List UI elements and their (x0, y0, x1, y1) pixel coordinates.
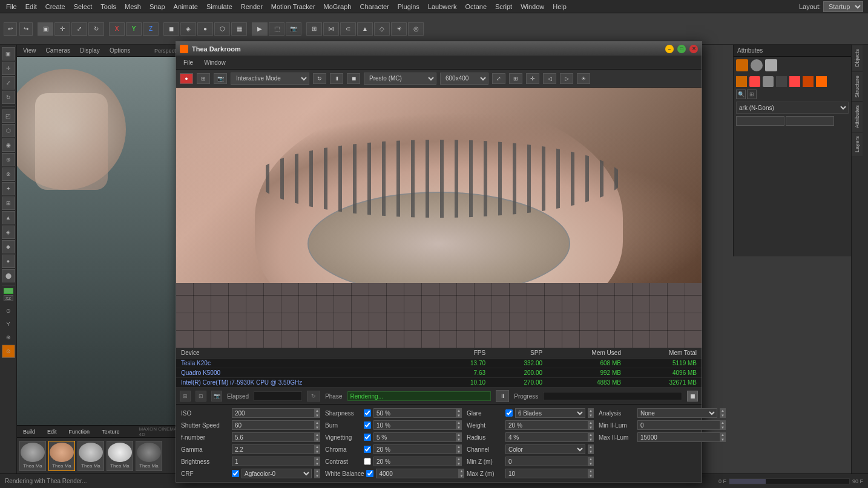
analysis-select[interactable]: None (637, 408, 717, 418)
tool-magnet[interactable]: ⊙ (2, 345, 15, 358)
attr-small-1[interactable] (736, 76, 747, 87)
shutter-up[interactable]: ▲ (314, 420, 320, 425)
thea-res-select[interactable]: 600x400 (440, 73, 488, 85)
point-mode[interactable]: ● (197, 22, 213, 36)
weight-down[interactable]: ▼ (588, 425, 594, 430)
material-thumb-2[interactable]: Thea Ma (77, 441, 104, 471)
chroma-input[interactable] (373, 444, 456, 454)
whitebalance-down[interactable]: ▼ (458, 473, 464, 478)
minillum-down[interactable]: ▼ (720, 425, 726, 430)
contrast-input[interactable] (373, 457, 456, 466)
attr-small-5[interactable] (789, 76, 800, 87)
menu-motion-tracker[interactable]: Motion Tracker (268, 2, 319, 11)
axis-x-button[interactable]: X (109, 22, 125, 36)
attr-small-2[interactable] (749, 76, 760, 87)
viewport-3d[interactable]: X Y Z (17, 57, 186, 473)
scale-tool[interactable]: ⤢ (71, 22, 87, 36)
menu-create[interactable]: Create (42, 2, 69, 11)
brightness-input[interactable] (232, 457, 314, 466)
minillum-up[interactable]: ▲ (720, 420, 726, 425)
attr-filter-icon[interactable]: ⊞ (747, 89, 757, 99)
material-thumb-3[interactable]: Thea Ma (107, 441, 133, 471)
thea-fullscreen-btn[interactable]: ⤢ (492, 73, 505, 84)
elapsed-cam-btn[interactable]: 📷 (211, 391, 222, 402)
vp-tab-display[interactable]: Display (77, 46, 102, 55)
paint-btn[interactable]: ▲ (357, 22, 373, 36)
attr-icon-3[interactable] (765, 59, 777, 71)
thea-overlay-btn[interactable]: ⊞ (509, 73, 522, 84)
sharpness-up[interactable]: ▲ (456, 408, 462, 413)
menu-script[interactable]: Script (492, 2, 516, 11)
tool-12[interactable]: ⬤ (2, 269, 15, 282)
burn-input[interactable] (373, 420, 456, 430)
render-region[interactable]: ⬚ (269, 22, 284, 36)
light-btn[interactable]: ☀ (391, 22, 407, 36)
thea-engine-select[interactable]: Presto (MC) (364, 73, 436, 85)
undo-button[interactable]: ↩ (4, 22, 17, 36)
thea-extra-btn[interactable]: ☀ (577, 73, 590, 84)
attr-small-4[interactable] (776, 76, 787, 87)
attr-val-1[interactable] (736, 116, 784, 126)
grid-btn[interactable]: ⊞ (306, 22, 322, 36)
weight-input[interactable] (505, 420, 588, 430)
menu-window[interactable]: Window (517, 2, 548, 11)
thea-zoom-btn[interactable]: ▷ (560, 73, 573, 84)
tool-move[interactable]: ✛ (2, 62, 15, 75)
thea-frame-btn[interactable]: ⊞ (197, 73, 210, 84)
vignetting-input[interactable] (373, 432, 456, 442)
glare-up[interactable]: ▲ (588, 408, 594, 413)
gamma-up[interactable]: ▲ (314, 444, 320, 449)
menu-character[interactable]: Character (356, 2, 392, 11)
maxillum-input[interactable] (637, 432, 720, 442)
thea-minimize-button[interactable]: – (665, 45, 674, 53)
glare-down[interactable]: ▼ (588, 413, 594, 418)
axis-y-button[interactable]: Y (126, 22, 142, 36)
tool-5[interactable]: ⊗ (2, 168, 15, 181)
analysis-down[interactable]: ▼ (720, 413, 726, 418)
channel-down[interactable]: ▼ (588, 449, 594, 454)
edge-mode[interactable]: ◈ (180, 22, 196, 36)
tool-8[interactable]: ▲ (2, 211, 15, 224)
attr-small-7[interactable] (816, 76, 827, 87)
radius-down[interactable]: ▼ (588, 437, 594, 442)
menu-tools[interactable]: Tools (97, 2, 120, 11)
attr-small-3[interactable] (763, 76, 774, 87)
tool-select[interactable]: ▣ (2, 47, 15, 60)
menu-help[interactable]: Help (549, 2, 570, 11)
vignetting-up[interactable]: ▲ (456, 432, 462, 437)
rt-layers[interactable]: Layers (852, 132, 863, 156)
sharpness-input[interactable] (373, 408, 456, 418)
menu-mesh[interactable]: Mesh (121, 2, 145, 11)
chroma-checkbox[interactable] (364, 446, 371, 453)
iso-up[interactable]: ▲ (314, 408, 320, 413)
contrast-down[interactable]: ▼ (456, 461, 462, 466)
attr-icon-1[interactable] (736, 59, 748, 71)
material-thumb-1[interactable]: Thea Ma (48, 441, 75, 471)
uv-mode[interactable]: ▦ (231, 22, 247, 36)
brightness-up[interactable]: ▲ (314, 457, 320, 461)
menu-render[interactable]: Render (237, 2, 266, 11)
weight-up[interactable]: ▲ (588, 420, 594, 425)
crf-down[interactable]: ▼ (314, 473, 320, 478)
tool-2[interactable]: ⬡ (2, 124, 15, 137)
menu-snap[interactable]: Snap (146, 2, 169, 11)
tool-4[interactable]: ⊕ (2, 153, 15, 166)
crf-up[interactable]: ▲ (314, 469, 320, 473)
tool-6[interactable]: ✦ (2, 182, 15, 195)
burn-checkbox[interactable] (364, 421, 371, 429)
thea-maximize-button[interactable]: □ (677, 45, 686, 53)
glare-select[interactable]: 6 Blades (515, 408, 585, 418)
thea-pause-btn[interactable]: ⏸ (330, 73, 343, 84)
thea-close-button[interactable]: ✕ (689, 45, 698, 53)
thea-crosshair-btn[interactable]: ✛ (526, 73, 539, 84)
analysis-up[interactable]: ▲ (720, 408, 726, 413)
vp-tab-cameras[interactable]: Cameras (44, 46, 73, 55)
contrast-checkbox[interactable] (364, 458, 371, 465)
axis-z-button[interactable]: Z (143, 22, 159, 36)
sharpness-checkbox[interactable] (364, 409, 371, 417)
glare-checkbox[interactable] (505, 409, 513, 417)
thea-pan-btn[interactable]: ◁ (543, 73, 556, 84)
radius-up[interactable]: ▲ (588, 432, 594, 437)
menu-animate[interactable]: Animate (170, 2, 202, 11)
tool-10[interactable]: ◆ (2, 240, 15, 253)
